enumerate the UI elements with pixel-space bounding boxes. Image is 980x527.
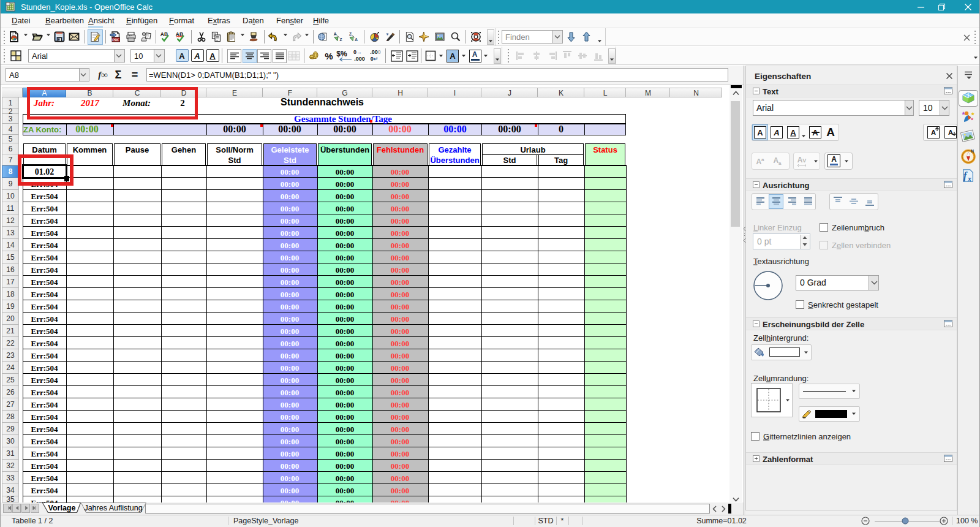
svg-text:Z: Z — [349, 32, 352, 36]
svg-text:A: A — [355, 37, 358, 42]
svg-text:Z: Z — [340, 37, 342, 42]
svg-text:x: x — [967, 175, 971, 183]
svg-text:A: A — [334, 32, 337, 36]
svg-text:PDF: PDF — [112, 38, 119, 42]
svg-text:N: N — [971, 149, 974, 153]
